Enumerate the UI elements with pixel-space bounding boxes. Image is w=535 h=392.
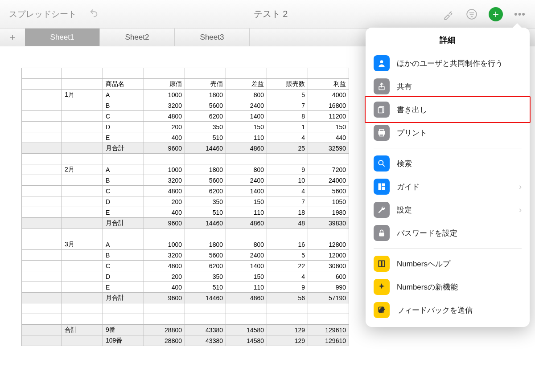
cell[interactable]: 7 <box>267 100 308 111</box>
cell[interactable] <box>22 132 62 143</box>
column-header[interactable]: 利益 <box>308 79 349 90</box>
menu-item-search[interactable]: 検索 <box>366 152 530 175</box>
menu-item-export[interactable]: 書き出し <box>366 98 530 121</box>
cell[interactable]: 400 <box>144 282 185 293</box>
cell[interactable] <box>185 229 226 239</box>
cell[interactable]: 129 <box>267 325 308 335</box>
cell[interactable]: 1000 <box>144 164 185 175</box>
cell[interactable]: 1800 <box>185 90 226 100</box>
cell[interactable]: 43380 <box>185 325 226 335</box>
cell[interactable]: D <box>103 271 144 282</box>
cell[interactable]: 200 <box>144 122 185 132</box>
cell[interactable]: 4800 <box>144 111 185 122</box>
cell[interactable] <box>267 68 308 79</box>
cell[interactable] <box>185 68 226 79</box>
cell[interactable] <box>22 250 62 261</box>
cell[interactable]: 4800 <box>144 261 185 271</box>
cell[interactable]: 9600 <box>144 293 185 303</box>
menu-item-collaborate[interactable]: ほかのユーザと共同制作を行う <box>366 52 530 75</box>
cell[interactable] <box>22 271 62 282</box>
cell[interactable] <box>62 143 103 154</box>
cell[interactable]: 12800 <box>308 239 349 250</box>
cell[interactable] <box>62 335 103 346</box>
cell[interactable] <box>185 314 226 325</box>
cell[interactable]: 150 <box>308 122 349 132</box>
cell[interactable]: 800 <box>226 90 267 100</box>
cell[interactable]: B <box>103 250 144 261</box>
cell[interactable]: 16 <box>267 239 308 250</box>
cell[interactable] <box>103 229 144 239</box>
cell[interactable]: 9 <box>267 164 308 175</box>
cell[interactable]: 400 <box>144 132 185 143</box>
cell[interactable]: 39830 <box>308 218 349 229</box>
cell[interactable]: 5600 <box>185 250 226 261</box>
cell[interactable] <box>103 314 144 325</box>
cell[interactable]: 4 <box>267 132 308 143</box>
cell[interactable] <box>308 303 349 314</box>
cell[interactable] <box>62 282 103 293</box>
cell[interactable] <box>226 303 267 314</box>
cell[interactable]: B <box>103 175 144 186</box>
cell[interactable]: 16800 <box>308 100 349 111</box>
cell[interactable] <box>22 303 62 314</box>
cell[interactable]: 1800 <box>185 239 226 250</box>
cell[interactable] <box>144 68 185 79</box>
cell[interactable]: 14460 <box>185 218 226 229</box>
cell[interactable]: 4000 <box>308 90 349 100</box>
cell[interactable]: 4 <box>267 186 308 196</box>
cell[interactable]: 110 <box>226 207 267 218</box>
cell[interactable]: 1400 <box>226 186 267 196</box>
cell[interactable] <box>22 293 62 303</box>
cell[interactable] <box>62 218 103 229</box>
column-header[interactable]: 原価 <box>144 79 185 90</box>
cell[interactable]: 110 <box>226 132 267 143</box>
menu-item-help[interactable]: Numbersヘルプ <box>366 252 530 275</box>
cell[interactable] <box>226 68 267 79</box>
cell[interactable] <box>226 314 267 325</box>
column-header[interactable]: 売価 <box>185 79 226 90</box>
cell[interactable] <box>62 111 103 122</box>
cell[interactable]: E <box>103 132 144 143</box>
cell[interactable]: 10 <box>267 175 308 186</box>
cell[interactable] <box>62 271 103 282</box>
spreadsheet-table[interactable]: 商品名原価売価差益販売数利益1月A1000180080054000B320056… <box>21 68 349 346</box>
cell[interactable] <box>308 154 349 164</box>
cell[interactable]: D <box>103 122 144 132</box>
column-header[interactable] <box>22 79 62 90</box>
back-button[interactable]: スプレッドシート <box>9 8 77 20</box>
cell[interactable] <box>22 122 62 132</box>
cell[interactable]: C <box>103 261 144 271</box>
cell[interactable]: 129610 <box>308 325 349 335</box>
cell[interactable]: 350 <box>185 122 226 132</box>
cell[interactable]: E <box>103 207 144 218</box>
cell[interactable] <box>103 154 144 164</box>
cell[interactable]: C <box>103 186 144 196</box>
cell[interactable]: 11200 <box>308 111 349 122</box>
cell[interactable]: 109番 <box>103 335 144 346</box>
cell[interactable]: 510 <box>185 132 226 143</box>
cell[interactable] <box>62 293 103 303</box>
cell[interactable]: 4860 <box>226 143 267 154</box>
cell[interactable]: 800 <box>226 164 267 175</box>
cell[interactable]: 14580 <box>226 325 267 335</box>
cell[interactable] <box>62 175 103 186</box>
undo-button[interactable] <box>89 8 99 20</box>
cell[interactable] <box>62 303 103 314</box>
cell[interactable] <box>267 229 308 239</box>
cell[interactable] <box>22 186 62 196</box>
cell[interactable]: 5600 <box>308 186 349 196</box>
cell[interactable] <box>22 218 62 229</box>
cell[interactable]: 1050 <box>308 196 349 207</box>
cell[interactable] <box>22 314 62 325</box>
cell[interactable] <box>22 325 62 335</box>
cell[interactable]: 9番 <box>103 325 144 335</box>
cell[interactable]: 30800 <box>308 261 349 271</box>
cell[interactable] <box>62 100 103 111</box>
cell[interactable]: 6200 <box>185 111 226 122</box>
column-header[interactable]: 販売数 <box>267 79 308 90</box>
cell[interactable]: 4800 <box>144 186 185 196</box>
cell[interactable]: 月合計 <box>103 143 144 154</box>
cell[interactable] <box>226 154 267 164</box>
cell[interactable]: 12000 <box>308 250 349 261</box>
cell[interactable]: 8 <box>267 111 308 122</box>
